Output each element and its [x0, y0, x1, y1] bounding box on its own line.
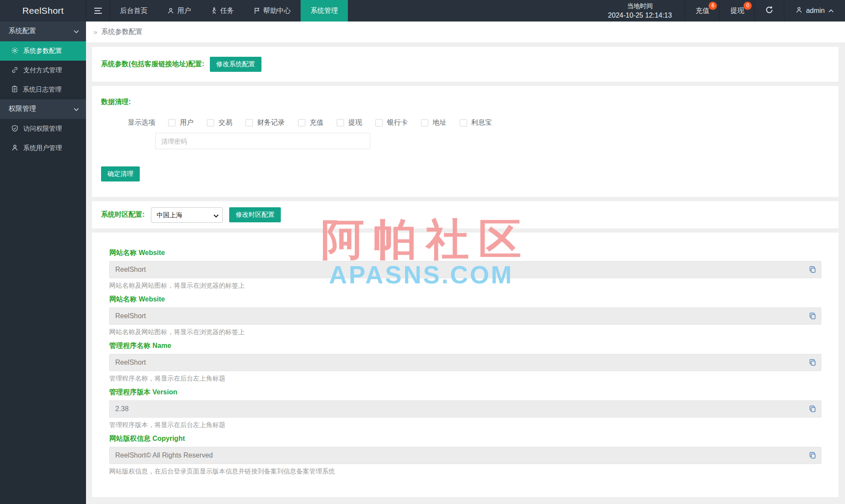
data-clean-title: 数据清理: [101, 98, 830, 107]
modify-system-config-button[interactable]: 修改系统配置 [210, 57, 261, 72]
field-label: 网站版权信息 Copyright [109, 434, 821, 443]
copy-icon[interactable] [808, 358, 817, 367]
field-hint: 管理程序名称，将显示在后台左上角标题 [109, 375, 821, 382]
clean-options-row: 显示选项 用户 交易 财务记录 充值 提现 银行卡 地址 利息宝 [128, 118, 830, 127]
breadcrumb-arrows-icon: » [93, 28, 97, 37]
sidebar-item-payment-methods[interactable]: 支付方式管理 [0, 61, 86, 80]
card-system-params: 系统参数(包括客服链接地址)配置: 修改系统配置 [92, 47, 839, 82]
checkbox-recharge[interactable]: 充值 [298, 118, 323, 127]
user-icon [796, 6, 802, 15]
field-hint: 网站版权信息，在后台登录页面显示版本信息并链接到备案到信息备案管理系统 [109, 467, 821, 475]
chevron-down-icon [74, 105, 79, 113]
sidebar-group-system-config[interactable]: 系统配置 [0, 22, 86, 41]
field-admin-version: 管理程序版本 Version 管理程序版本，将显示在后台左上角标题 [109, 388, 821, 429]
checkbox-address-box[interactable] [421, 119, 428, 126]
main-area: » 系统参数配置 系统参数(包括客服链接地址)配置: 修改系统配置 数据清理: … [86, 22, 845, 504]
field-label: 网站名称 Website [109, 249, 821, 258]
checkbox-address[interactable]: 地址 [421, 118, 446, 127]
checkbox-users-box[interactable] [168, 119, 175, 126]
checkbox-recharge-box[interactable] [298, 119, 305, 126]
field-hint: 网站名称及网站图标，将显示在浏览器的标签上 [109, 328, 821, 336]
checkbox-interest[interactable]: 利息宝 [460, 118, 492, 127]
checkbox-withdraw[interactable]: 提现 [337, 118, 362, 127]
checkbox-interest-box[interactable] [460, 119, 467, 126]
user-menu[interactable]: admin [784, 0, 845, 22]
timezone-label: 系统时区配置: [101, 210, 144, 219]
withdraw-button[interactable]: 提现 0 [719, 0, 754, 22]
sidebar-group-permissions[interactable]: 权限管理 [0, 99, 86, 119]
hamburger-icon[interactable] [86, 0, 110, 22]
checkbox-trades[interactable]: 交易 [207, 118, 232, 127]
clean-password-input[interactable] [155, 133, 370, 149]
copyright-input[interactable] [109, 447, 821, 464]
breadcrumb: » 系统参数配置 [86, 22, 845, 43]
topbar-right: 当地时间 2024-10-25 12:14:13 充值 6 提现 0 admin [595, 0, 845, 22]
modify-timezone-button[interactable]: 修改时区配置 [229, 207, 281, 222]
topbar: ReelShort 后台首页 用户 任务 帮助中心 系统管理 当地时间 2024… [0, 0, 845, 22]
options-label: 显示选项 [128, 118, 155, 127]
refresh-icon [765, 6, 774, 16]
timezone-select-wrap: 中国上海 [151, 207, 223, 223]
field-copyright: 网站版权信息 Copyright 网站版权信息，在后台登录页面显示版本信息并链接… [109, 434, 821, 475]
recharge-button[interactable]: 充值 6 [685, 0, 719, 22]
user-icon [11, 144, 18, 153]
card-settings-form: 网站名称 Website 网站名称及网站图标，将显示在浏览器的标签上 网站名称 … [92, 233, 839, 497]
copy-icon[interactable] [808, 451, 817, 460]
recharge-badge: 6 [709, 2, 717, 10]
gear-icon [11, 47, 18, 55]
local-time: 当地时间 2024-10-25 12:14:13 [595, 0, 685, 22]
copy-icon[interactable] [808, 404, 817, 414]
card-data-clean: 数据清理: 显示选项 用户 交易 财务记录 充值 提现 银行卡 地址 利息宝 确… [92, 86, 839, 197]
field-hint: 网站名称及网站图标，将显示在浏览器的标签上 [109, 282, 821, 289]
refresh-button[interactable] [754, 0, 784, 22]
sidebar: 系统配置 系统参数配置 支付方式管理 系统日志管理 权限管理 访问权限管理 系统… [0, 22, 86, 504]
field-label: 管理程序名称 Name [109, 341, 821, 350]
walking-icon [211, 7, 217, 14]
system-params-label: 系统参数(包括客服链接地址)配置: [101, 60, 204, 69]
field-hint: 管理程序版本，将显示在后台左上角标题 [109, 421, 821, 429]
sidebar-item-system-params[interactable]: 系统参数配置 [0, 41, 86, 61]
chevron-down-icon [74, 28, 79, 35]
page-title: 系统参数配置 [101, 28, 142, 37]
log-icon [11, 86, 18, 94]
admin-name-input[interactable] [109, 354, 821, 371]
checkbox-bank-card[interactable]: 银行卡 [375, 118, 408, 127]
shield-check-icon [11, 125, 18, 133]
confirm-clean-button[interactable]: 确定清理 [101, 166, 140, 181]
user-icon [167, 7, 174, 14]
admin-version-input[interactable] [109, 400, 821, 418]
field-label: 管理程序版本 Version [109, 388, 821, 397]
top-nav: 后台首页 用户 任务 帮助中心 系统管理 [110, 0, 348, 22]
checkbox-finance-records[interactable]: 财务记录 [246, 118, 285, 127]
sidebar-item-system-users[interactable]: 系统用户管理 [0, 138, 86, 158]
field-website-1: 网站名称 Website 网站名称及网站图标，将显示在浏览器的标签上 [109, 249, 821, 289]
timezone-select[interactable]: 中国上海 [151, 207, 223, 223]
nav-item-tasks[interactable]: 任务 [201, 0, 244, 22]
checkbox-finance-records-box[interactable] [246, 119, 253, 126]
website-name-input-2[interactable] [109, 307, 821, 325]
field-label: 网站名称 Website [109, 295, 821, 304]
app-logo: ReelShort [0, 0, 86, 22]
content: 系统参数(包括客服链接地址)配置: 修改系统配置 数据清理: 显示选项 用户 交… [86, 43, 845, 497]
field-website-2: 网站名称 Website 网站名称及网站图标，将显示在浏览器的标签上 [109, 295, 821, 336]
withdraw-badge: 0 [744, 2, 752, 10]
sidebar-item-access-permissions[interactable]: 访问权限管理 [0, 119, 86, 138]
field-admin-name: 管理程序名称 Name 管理程序名称，将显示在后台左上角标题 [109, 341, 821, 382]
link-icon [11, 66, 18, 75]
sidebar-item-system-logs[interactable]: 系统日志管理 [0, 80, 86, 99]
website-name-input-1[interactable] [109, 261, 821, 278]
checkbox-withdraw-box[interactable] [337, 119, 344, 126]
nav-item-system[interactable]: 系统管理 [301, 0, 348, 22]
nav-item-help[interactable]: 帮助中心 [244, 0, 301, 22]
chevron-up-icon [828, 7, 834, 15]
nav-item-users[interactable]: 用户 [157, 0, 201, 22]
copy-icon[interactable] [808, 265, 817, 274]
checkbox-trades-box[interactable] [207, 119, 214, 126]
card-timezone: 系统时区配置: 中国上海 修改时区配置 [92, 201, 839, 228]
nav-item-dashboard[interactable]: 后台首页 [110, 0, 157, 22]
copy-icon[interactable] [808, 311, 817, 321]
flag-icon [254, 7, 260, 14]
checkbox-users[interactable]: 用户 [168, 118, 194, 127]
checkbox-bank-card-box[interactable] [375, 119, 383, 126]
